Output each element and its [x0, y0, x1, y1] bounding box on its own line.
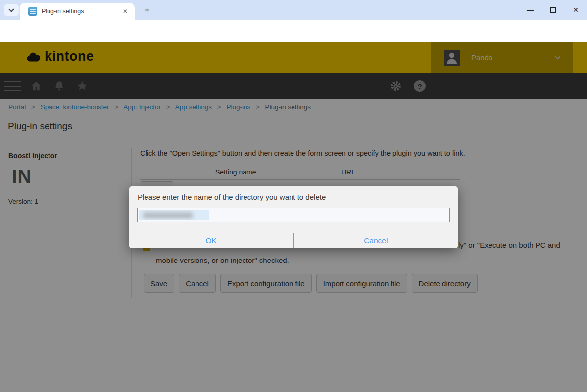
- browser-tab[interactable]: Plug-in settings ✕: [20, 3, 135, 20]
- browser-window: Plug-in settings ✕ + — ✕ pandafirm.cyboz…: [0, 0, 587, 392]
- prompt-dialog: Please enter the name of the directory y…: [129, 186, 458, 248]
- minimize-button[interactable]: —: [519, 0, 541, 20]
- chevron-down-icon: [8, 6, 14, 12]
- tab-search-button[interactable]: [4, 4, 19, 16]
- new-tab-button[interactable]: +: [141, 4, 153, 17]
- tab-title: Plug-in settings: [42, 8, 121, 15]
- window-controls: — ✕: [519, 0, 587, 20]
- maximize-button[interactable]: [541, 0, 564, 20]
- tab-close-icon[interactable]: ✕: [121, 7, 130, 16]
- tab-strip: Plug-in settings ✕ + — ✕: [0, 0, 587, 20]
- prompt-message: Please enter the name of the directory y…: [138, 193, 326, 201]
- ok-button[interactable]: OK: [129, 233, 294, 248]
- kintone-favicon-icon: [28, 7, 37, 16]
- close-button[interactable]: ✕: [564, 0, 587, 20]
- prompt-buttons: OK Cancel: [129, 233, 458, 248]
- cancel-dialog-button[interactable]: Cancel: [294, 233, 458, 248]
- prompt-input-redacted-value: [139, 210, 209, 220]
- maximize-icon: [550, 7, 556, 13]
- browser-toolbar: pandafirm.cybozu.com/k/admin/app/2494/pl…: [0, 20, 587, 42]
